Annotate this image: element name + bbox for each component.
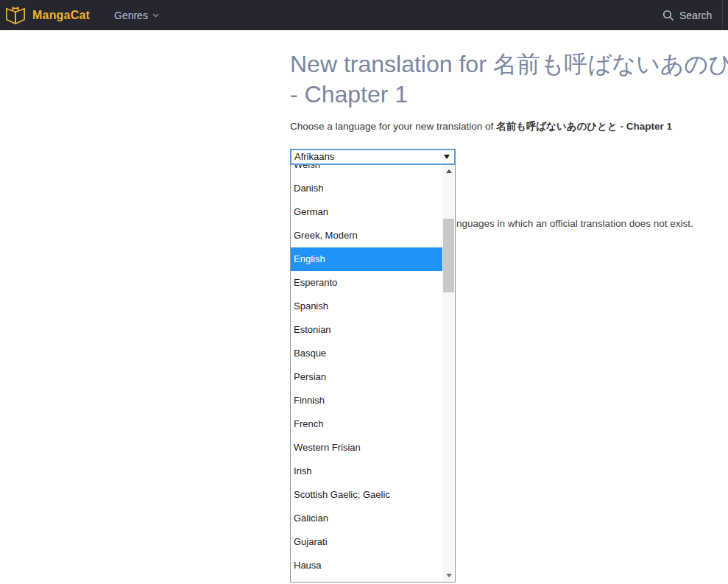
language-option[interactable]: French bbox=[291, 412, 442, 436]
language-option[interactable]: Danish bbox=[291, 177, 442, 200]
language-option[interactable]: Basque bbox=[291, 342, 442, 365]
dropdown-scrollbar[interactable] bbox=[442, 165, 455, 582]
search-icon bbox=[662, 10, 674, 21]
translation-note-fragment: nguages in which an official translation… bbox=[456, 218, 693, 229]
scrollbar-down-button[interactable] bbox=[442, 569, 455, 581]
language-option[interactable]: Welsh bbox=[291, 165, 442, 177]
language-option[interactable]: Scottish Gaelic; Gaelic bbox=[291, 483, 442, 507]
page-title: New translation for 名前も呼ばないあのひとと bbox=[290, 49, 728, 81]
language-option[interactable]: Finnish bbox=[291, 389, 442, 412]
scrollbar-up-button[interactable] bbox=[442, 165, 455, 177]
choose-language-text: Choose a language for your new translati… bbox=[290, 120, 672, 133]
select-dropdown-arrow-icon bbox=[444, 155, 450, 159]
language-options: Welsh Danish German Greek, Modern Englis… bbox=[291, 165, 442, 577]
language-option[interactable]: Gujarati bbox=[291, 530, 442, 554]
brand-home-link[interactable]: MangaCat bbox=[4, 0, 90, 30]
arrow-up-icon bbox=[446, 169, 452, 173]
choose-language-prefix: Choose a language for your new translati… bbox=[290, 121, 496, 132]
nav-item-search[interactable]: Search bbox=[662, 0, 712, 30]
language-option[interactable]: German bbox=[291, 200, 442, 224]
nav-item-genres[interactable]: Genres bbox=[114, 0, 159, 30]
language-dropdown-list: Welsh Danish German Greek, Modern Englis… bbox=[290, 165, 456, 583]
genres-label: Genres bbox=[114, 10, 148, 21]
manga-chapter-name: 名前も呼ばないあのひとと - Chapter 1 bbox=[496, 121, 672, 132]
language-select-value: Afrikaans bbox=[294, 150, 334, 163]
arrow-down-icon bbox=[446, 574, 452, 577]
language-select[interactable]: Afrikaans bbox=[290, 149, 456, 165]
page-title-chapter: - Chapter 1 bbox=[290, 81, 408, 108]
language-option-selected[interactable]: English bbox=[291, 247, 442, 271]
language-option[interactable]: Esperanto bbox=[291, 271, 442, 295]
language-option[interactable]: Estonian bbox=[291, 318, 442, 342]
language-option[interactable]: Spanish bbox=[291, 295, 442, 318]
top-navbar: MangaCat Genres Search bbox=[0, 0, 728, 30]
navbar-divider bbox=[722, 0, 723, 30]
scrollbar-thumb[interactable] bbox=[443, 219, 454, 292]
language-option[interactable]: Greek, Modern bbox=[291, 224, 442, 247]
language-option[interactable]: Galician bbox=[291, 507, 442, 530]
chevron-down-icon bbox=[152, 13, 159, 18]
language-option[interactable]: Persian bbox=[291, 365, 442, 389]
brand-name: MangaCat bbox=[32, 9, 90, 22]
language-option[interactable]: Irish bbox=[291, 460, 442, 483]
language-option[interactable]: Hausa bbox=[291, 554, 442, 577]
mangacat-logo-icon bbox=[4, 5, 26, 26]
language-option[interactable]: Western Frisian bbox=[291, 436, 442, 460]
search-label: Search bbox=[679, 10, 712, 21]
